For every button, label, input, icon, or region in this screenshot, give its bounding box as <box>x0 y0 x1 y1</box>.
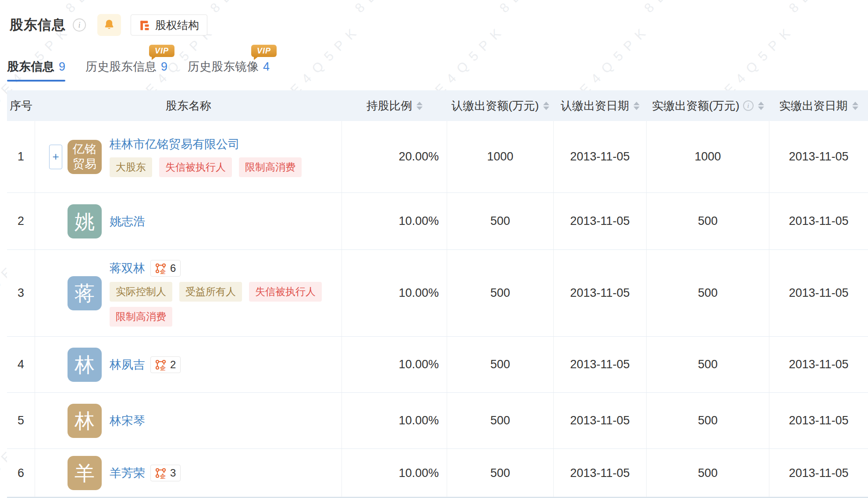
shareholding-ratio-cell: 20.00% <box>342 121 447 192</box>
row-index-cell: 1 <box>7 121 35 192</box>
subscribed-capital-cell: 500 <box>447 393 554 448</box>
shareholder-name-link[interactable]: 桂林市亿铭贸易有限公司 <box>110 136 240 152</box>
tab-shareholder-info[interactable]: 股东信息 9 <box>7 59 65 82</box>
tab-label: 历史股东信息 <box>85 59 157 75</box>
subscribed-date-cell: 2013-11-05 <box>554 250 647 336</box>
row-index-cell: 5 <box>7 393 35 448</box>
shareholder-name-link[interactable]: 蒋双林 <box>110 260 145 276</box>
shareholder-name-link[interactable]: 林夙吉 <box>110 357 145 373</box>
shareholding-ratio-cell: 10.00% <box>342 337 447 392</box>
page-title: 股东信息 <box>10 16 66 34</box>
name-block: 姚志浩 <box>110 213 145 229</box>
shareholder-info-page: 8E4Q5PK8E4Q5PK8E4Q5PK8E4Q5PK8E4Q5PK8E4Q5… <box>0 0 868 498</box>
column-header-label: 认缴出资额(万元) <box>452 98 539 114</box>
name-block: 林宋琴 <box>110 413 145 429</box>
shareholder-name-cell: 林林夙吉企2 <box>35 337 342 392</box>
row-index-cell: 2 <box>7 193 35 249</box>
avatar: 亿铭贸易 <box>68 140 102 174</box>
shareholder-name-link[interactable]: 姚志浩 <box>110 213 145 229</box>
paid-capital-cell: 1000 <box>647 121 769 192</box>
column-header: 认缴出资日期 <box>554 90 647 121</box>
status-tag: 限制高消费 <box>110 307 172 327</box>
related-companies-badge[interactable]: 企6 <box>150 260 181 277</box>
equity-structure-label: 股权结构 <box>155 18 199 32</box>
shareholding-ratio-cell: 10.00% <box>342 449 447 497</box>
shareholder-name-cell: +亿铭贸易桂林市亿铭贸易有限公司大股东失信被执行人限制高消费 <box>35 121 342 192</box>
subscribed-capital-cell: 500 <box>447 337 554 392</box>
sort-arrows-icon[interactable] <box>758 102 764 110</box>
table-row: 3蒋蒋双林企6实际控制人受益所有人失信被执行人限制高消费10.00%500201… <box>7 250 868 337</box>
expand-row-button[interactable]: + <box>49 145 62 169</box>
paid-date-cell: 2013-11-05 <box>769 393 868 448</box>
sort-arrows-icon[interactable] <box>633 102 640 110</box>
shareholder-name-cell: 蒋蒋双林企6实际控制人受益所有人失信被执行人限制高消费 <box>35 250 342 336</box>
subscribed-date-cell: 2013-11-05 <box>554 193 647 249</box>
paid-date-cell: 2013-11-05 <box>769 250 868 336</box>
tab-count: 9 <box>59 60 65 74</box>
avatar: 蒋 <box>68 276 102 310</box>
name-line: 桂林市亿铭贸易有限公司 <box>110 136 309 152</box>
related-companies-icon: 企 <box>155 359 167 370</box>
subscribed-capital-cell: 500 <box>447 193 554 249</box>
column-header-label: 实缴出资日期 <box>779 98 848 114</box>
avatar: 羊 <box>68 456 102 490</box>
name-line: 林宋琴 <box>110 413 145 429</box>
paid-capital-cell: 500 <box>647 449 769 497</box>
paid-capital-cell: 500 <box>647 337 769 392</box>
row-index-cell: 6 <box>7 449 35 497</box>
shareholding-ratio-cell: 10.00% <box>342 250 447 336</box>
table-row: 6羊羊芳荣企310.00%5002013-11-055002013-11-05 <box>7 449 868 497</box>
notification-bell-button[interactable] <box>97 14 121 36</box>
name-block: 羊芳荣企3 <box>110 465 181 481</box>
column-header-label: 股东名称 <box>166 98 211 114</box>
avatar: 林 <box>68 348 102 382</box>
subscribed-date-cell: 2013-11-05 <box>554 393 647 448</box>
sort-arrows-icon[interactable] <box>416 102 423 110</box>
paid-date-cell: 2013-11-05 <box>769 337 868 392</box>
table-body: 1+亿铭贸易桂林市亿铭贸易有限公司大股东失信被执行人限制高消费20.00%100… <box>7 121 868 497</box>
name-block: 蒋双林企6实际控制人受益所有人失信被执行人限制高消费 <box>110 260 337 327</box>
name-line: 姚志浩 <box>110 213 145 229</box>
subscribed-date-cell: 2013-11-05 <box>554 121 647 192</box>
shareholder-name-link[interactable]: 羊芳荣 <box>110 465 145 481</box>
avatar: 林 <box>68 404 102 438</box>
shareholding-ratio-cell: 10.00% <box>342 393 447 448</box>
related-companies-badge[interactable]: 企2 <box>150 356 181 373</box>
status-tag: 实际控制人 <box>110 282 172 302</box>
tab-count: 9 <box>161 60 167 74</box>
name-line: 羊芳荣企3 <box>110 465 181 481</box>
svg-text:企: 企 <box>160 365 166 370</box>
tag-list: 大股东失信被执行人限制高消费 <box>110 152 309 177</box>
related-companies-icon: 企 <box>155 467 167 479</box>
tag-list: 实际控制人受益所有人失信被执行人限制高消费 <box>110 277 337 327</box>
subscribed-date-cell: 2013-11-05 <box>554 337 647 392</box>
paid-date-cell: 2013-11-05 <box>769 121 868 192</box>
equity-structure-icon <box>139 19 151 31</box>
vip-badge: VIP <box>251 45 277 57</box>
tab-history-shareholder-mirror[interactable]: VIP 历史股东镜像 4 <box>188 59 270 82</box>
row-index-cell: 3 <box>7 250 35 336</box>
shareholder-name-cell: 林林宋琴 <box>35 393 342 448</box>
name-block: 桂林市亿铭贸易有限公司大股东失信被执行人限制高消费 <box>110 136 309 177</box>
title-info-icon[interactable]: i <box>73 18 86 32</box>
column-header-label: 持股比例 <box>366 98 412 114</box>
svg-text:企: 企 <box>160 268 166 274</box>
column-header: 实缴出资额(万元)i <box>647 90 769 121</box>
shareholder-name-cell: 姚姚志浩 <box>35 193 342 249</box>
related-companies-badge[interactable]: 企3 <box>150 465 181 481</box>
equity-structure-button[interactable]: 股权结构 <box>131 14 207 36</box>
name-line: 林夙吉企2 <box>110 356 181 373</box>
status-tag: 受益所有人 <box>179 282 242 302</box>
sort-arrows-icon[interactable] <box>543 102 549 110</box>
column-info-icon[interactable]: i <box>743 100 754 111</box>
sort-arrows-icon[interactable] <box>852 102 858 110</box>
vip-badge: VIP <box>149 45 174 57</box>
tab-history-shareholder-info[interactable]: VIP 历史股东信息 9 <box>85 59 167 82</box>
table-header-row: 序号股东名称持股比例认缴出资额(万元)认缴出资日期实缴出资额(万元)i实缴出资日… <box>7 90 868 121</box>
column-header-label: 序号 <box>10 98 32 114</box>
column-header-label: 认缴出资日期 <box>561 98 629 114</box>
shareholder-name-link[interactable]: 林宋琴 <box>110 413 145 429</box>
subscribed-capital-cell: 500 <box>447 449 554 497</box>
avatar: 姚 <box>68 204 102 238</box>
status-tag: 失信被执行人 <box>249 282 322 302</box>
